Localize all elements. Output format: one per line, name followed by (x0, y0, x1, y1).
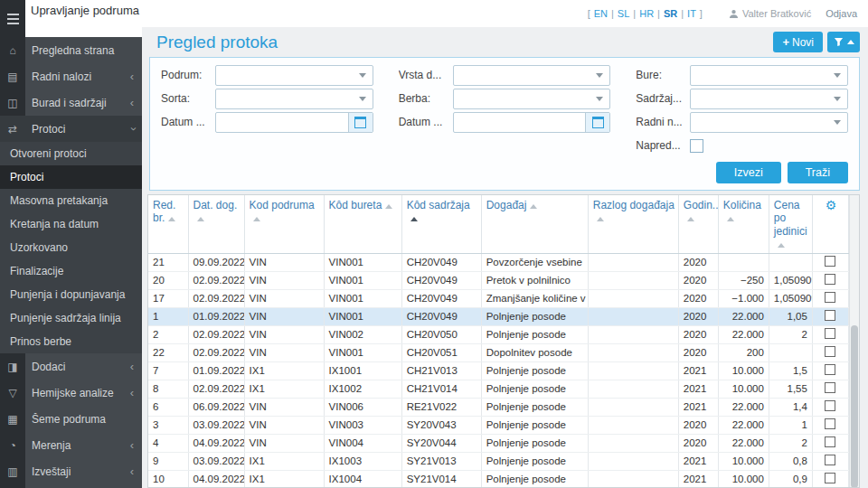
cell-kolicina: −1.000 (718, 289, 769, 307)
table-row[interactable]: 101.09.2022VINVIN001CH20V049Polnjenje po… (148, 307, 849, 325)
sidebar-item-dodaci[interactable]: ◨Dodaci (0, 353, 142, 380)
language-link-en[interactable]: EN (594, 8, 608, 19)
sidebar-item-hemijske-analize[interactable]: ▽Hemijske analize (0, 380, 142, 406)
filter-toggle-button[interactable] (827, 32, 860, 52)
sidebar-item-pregledna-strana[interactable]: ⌂Pregledna strana (0, 37, 142, 63)
cell-kod-sadrzaja: CH20V049 (401, 307, 481, 325)
cell-dogadjaj: Dopolnitev posode (481, 343, 588, 361)
column-header-cena-po-jedinici[interactable]: Cena po jedinici (769, 195, 812, 253)
table-row[interactable]: 606.09.2022VINVIN006RE21V022Polnjenje po… (148, 398, 849, 416)
row-checkbox[interactable] (825, 310, 835, 321)
filter-select-radni-nalog[interactable] (690, 112, 848, 133)
search-button[interactable]: Traži (788, 162, 848, 183)
filter-select-berba[interactable] (453, 89, 611, 109)
table-row[interactable]: 2202.09.2022VINVIN001CH20V051Dopolnitev … (148, 343, 849, 361)
column-header-kod-podruma[interactable]: Kod podruma (244, 195, 324, 253)
table-row[interactable]: 802.09.2022IX1IX1002CH21V014Polnjenje po… (148, 380, 849, 398)
sidebar-item-finalizacije[interactable]: Finalizacije (0, 259, 142, 283)
row-checkbox[interactable] (825, 382, 835, 393)
row-checkbox[interactable] (825, 256, 835, 267)
calendar-button-datum-od[interactable] (348, 113, 373, 132)
row-checkbox[interactable] (825, 473, 835, 483)
sidebar-item-prinos-berbe[interactable]: Prinos berbe (0, 330, 142, 353)
export-button[interactable]: Izvezi (716, 162, 781, 183)
language-link-it[interactable]: IT (687, 8, 696, 19)
table-row[interactable]: 2109.09.2022VINVIN001CH20V049Povzorčenje… (148, 253, 849, 271)
row-checkbox[interactable] (825, 455, 835, 465)
table-row[interactable]: 202.09.2022VINVIN002CH20V050Polnjenje po… (148, 325, 849, 343)
column-header-razlog-dogadjaja[interactable]: Razlog događaja (588, 195, 678, 253)
cell-red-br: 10 (148, 470, 188, 488)
table-row[interactable]: 303.09.2022VINVIN003SY20V043Polnjenje po… (148, 416, 849, 434)
filter-select-sorta[interactable] (215, 89, 373, 109)
filter-select-bure[interactable] (690, 65, 848, 86)
sidebar-item-otvoreni-protoci[interactable]: Otvoreni protoci (0, 142, 142, 165)
sidebar-item-punjenja-i-dopunjavanja[interactable]: Punjenja i dopunjavanja (0, 283, 142, 306)
sidebar-item-protoci[interactable]: ⇄Protoci (0, 116, 142, 142)
sidebar-item-izvestaji[interactable]: ▥Izveštaji (0, 458, 142, 484)
column-header-kod-bureta[interactable]: Kôd bureta (324, 195, 401, 253)
row-checkbox[interactable] (825, 274, 835, 285)
row-checkbox[interactable] (825, 418, 835, 429)
sidebar-item-protoci-lista[interactable]: Protoci (0, 165, 142, 189)
cell-kod-podruma: IX1 (244, 470, 324, 488)
row-checkbox[interactable] (825, 292, 835, 303)
column-header-kod-sadrzaja[interactable]: Kôd sadržaja (401, 195, 481, 253)
filter-date-input-datum-od[interactable] (216, 113, 348, 132)
calendar-button-datum-do[interactable] (585, 113, 609, 132)
row-checkbox[interactable] (825, 364, 835, 375)
language-link-sr[interactable]: SR (664, 8, 677, 19)
filter-select-vrsta-dogadjaja[interactable] (453, 65, 611, 86)
cell-godin: 2021 (678, 398, 718, 416)
table-scrollbar[interactable] (849, 195, 859, 487)
sidebar-item-kretanja-na-datum[interactable]: Kretanja na datum (0, 212, 142, 236)
sidebar-item-masovna-pretakanja[interactable]: Masovna pretakanja (0, 189, 142, 212)
row-checkbox[interactable] (825, 328, 835, 339)
column-header-dat-dog[interactable]: Dat. dog. (188, 195, 244, 253)
new-button[interactable]: + Novi (773, 32, 823, 52)
cell-select (812, 307, 848, 325)
sidebar-item-uzorkovano[interactable]: Uzorkovano (0, 236, 142, 259)
cell-godin: 2021 (678, 452, 718, 470)
scrollbar-thumb[interactable] (851, 325, 858, 488)
language-link-sl[interactable]: SL (618, 8, 629, 19)
column-header-dogadjaj[interactable]: Događaj (481, 195, 588, 253)
column-header-godin[interactable]: Godin... (678, 195, 718, 253)
table-row[interactable]: 2002.09.2022VINVIN001CH20V049Pretok v po… (148, 271, 849, 289)
hamburger-menu-button[interactable] (0, 0, 25, 37)
table-row[interactable]: 1702.09.2022VINVIN001CH20V049Zmanjšanje … (148, 289, 849, 307)
cell-godin: 2020 (678, 289, 718, 307)
filter-select-sadrzaj[interactable] (690, 89, 848, 109)
row-checkbox[interactable] (825, 346, 835, 357)
cell-razlog-dogadjaja (588, 271, 678, 289)
sidebar-item-burad-i-sadrzaji[interactable]: ◫Burad i sadržaji (0, 89, 142, 116)
table-row[interactable]: 701.09.2022IX1IX1001CH21V013Polnjenje po… (148, 361, 849, 380)
sidebar-item-label: Merenja (25, 439, 130, 452)
cell-kod-bureta: VIN001 (324, 343, 401, 361)
sidebar-item-punjenje-sadrzaja-linija[interactable]: Punjenje sadržaja linija (0, 306, 142, 330)
sidebar-item-merenja[interactable]: ◔Merenja (0, 432, 142, 458)
logout-link[interactable]: Odjava (826, 8, 857, 19)
cell-godin: 2020 (678, 307, 718, 325)
table-row[interactable]: 404.09.2022VINVIN004SY20V044Polnjenje po… (148, 434, 849, 452)
filter-select-podrum[interactable] (215, 65, 373, 86)
cell-razlog-dogadjaja (588, 289, 678, 307)
filter-date-input-datum-do[interactable] (454, 113, 586, 132)
cell-select (812, 416, 848, 434)
row-checkbox[interactable] (825, 400, 835, 411)
sidebar-item-radni-nalozi[interactable]: ▤Radni nalozi (0, 63, 142, 89)
column-header-red-br[interactable]: Red. br. (148, 195, 188, 253)
filter-checkbox-napredno[interactable] (690, 139, 703, 153)
column-settings-button[interactable]: ⚙ (812, 195, 848, 253)
column-label: Cena po jedinici (774, 199, 807, 238)
language-link-hr[interactable]: HR (639, 8, 654, 19)
table-row[interactable]: 1004.09.2022IX1IX1004SY21V014Polnjenje p… (148, 470, 849, 488)
sidebar-item-seme-podruma[interactable]: ▦Šeme podruma (0, 406, 142, 432)
hamburger-icon (7, 14, 19, 15)
chevron-down-icon (834, 73, 841, 78)
row-checkbox[interactable] (825, 436, 835, 447)
filter-label-datum-od: Datum ... (161, 116, 215, 128)
column-header-kolicina[interactable]: Količina (718, 195, 769, 253)
sidebar-item-label: Šeme podruma (25, 413, 142, 426)
table-row[interactable]: 903.09.2022IX1IX1003SY21V013Polnjenje po… (148, 452, 849, 470)
